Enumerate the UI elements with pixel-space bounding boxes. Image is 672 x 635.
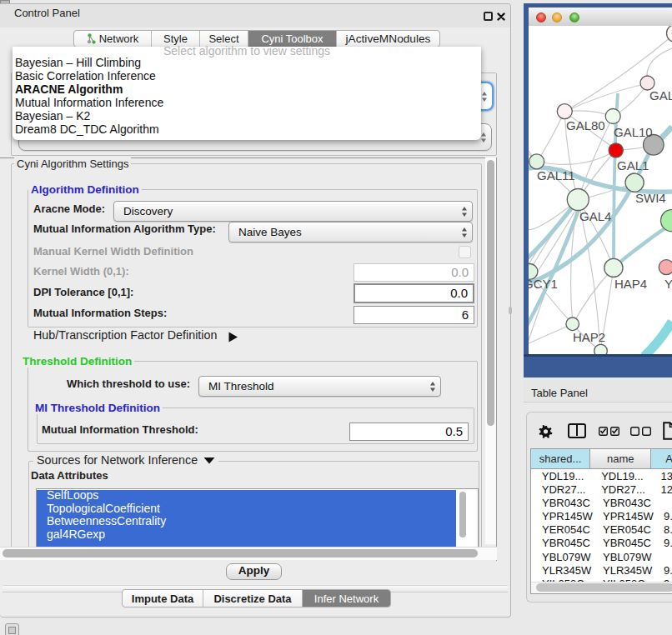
- svg-text:HAP2: HAP2: [573, 330, 605, 344]
- svg-text:GAL4: GAL4: [579, 209, 611, 223]
- svg-text:HAP4: HAP4: [614, 277, 647, 291]
- svg-text:GAL10: GAL10: [614, 125, 653, 139]
- svg-text:GAL11: GAL11: [537, 168, 575, 182]
- svg-text:GAL7: GAL7: [649, 88, 672, 102]
- svg-text:GAL80: GAL80: [566, 118, 605, 132]
- svg-text:Y: Y: [664, 277, 672, 291]
- svg-text:GCY1: GCY1: [529, 277, 558, 291]
- svg-text:GAL1: GAL1: [617, 158, 649, 172]
- svg-text:SWI4: SWI4: [635, 191, 666, 205]
